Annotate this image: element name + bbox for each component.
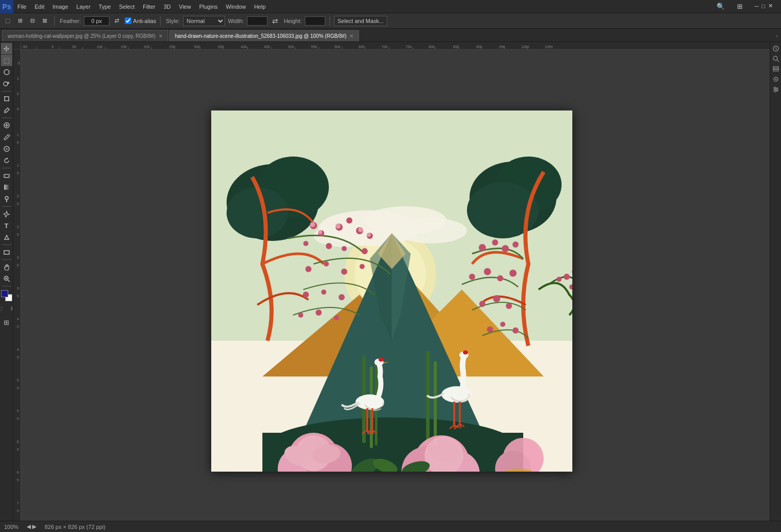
clone-tool[interactable] <box>1 143 12 154</box>
pen-tool[interactable] <box>1 208 12 219</box>
select-mask-btn[interactable]: Select and Mask... <box>334 16 388 26</box>
svg-point-196 <box>773 56 777 60</box>
search-icon[interactable]: 🔍 <box>712 3 729 10</box>
minimize-btn[interactable]: ─ <box>755 3 759 9</box>
antialias-checkbox[interactable] <box>125 17 131 24</box>
svg-point-141 <box>367 233 371 237</box>
workspace-icon[interactable]: ⊞ <box>733 3 747 10</box>
type-tool[interactable]: T <box>1 220 12 231</box>
feather-label: Feather: <box>60 18 81 24</box>
foreground-color-swatch[interactable] <box>1 290 8 297</box>
width-input[interactable] <box>247 16 267 26</box>
menu-type[interactable]: Type <box>95 0 115 13</box>
svg-point-135 <box>316 309 322 316</box>
tab-1-close[interactable]: ✕ <box>349 33 353 39</box>
svg-rect-8 <box>4 174 9 178</box>
menu-view[interactable]: View <box>175 0 195 13</box>
svg-point-100 <box>395 218 467 243</box>
svg-point-124 <box>326 243 332 249</box>
close-btn[interactable]: ✕ <box>768 3 773 9</box>
properties-panel-btn[interactable] <box>771 75 780 84</box>
svg-text:200: 200 <box>144 45 150 49</box>
tab-1[interactable]: hand-drawn-nature-scene-illustration_526… <box>169 30 359 41</box>
maximize-btn[interactable]: □ <box>762 3 765 9</box>
antialias-label: Anti-alias <box>125 17 156 24</box>
history-panel-btn[interactable] <box>771 44 780 53</box>
new-selection-btn[interactable]: ⬚ <box>2 15 13 27</box>
menu-file[interactable]: File <box>13 0 31 13</box>
tool-sep-2 <box>2 118 11 118</box>
tab-0-close[interactable]: ✕ <box>159 33 163 39</box>
tab-0[interactable]: woman-holding-cat-wallpaper.jpg @ 25% (L… <box>2 30 168 41</box>
marquee-tool[interactable]: ⬚ <box>1 55 12 66</box>
adjustments-panel-btn[interactable] <box>771 85 780 94</box>
eyedropper-tool[interactable] <box>1 105 12 116</box>
svg-point-140 <box>358 227 363 232</box>
history-brush-tool[interactable] <box>1 155 12 166</box>
svg-point-143 <box>492 239 498 246</box>
svg-rect-200 <box>773 70 778 71</box>
menu-plugins[interactable]: Plugins <box>195 0 221 13</box>
svg-point-180 <box>378 358 384 362</box>
navigation-arrows[interactable]: ◀ ▶ <box>27 523 36 530</box>
feather-input[interactable] <box>84 16 109 26</box>
svg-point-202 <box>775 79 776 80</box>
tool-sep-7 <box>2 286 11 286</box>
swap-dimensions-btn[interactable]: ⇄ <box>270 15 281 27</box>
menu-window[interactable]: Window <box>222 0 250 13</box>
height-input[interactable] <box>305 16 325 26</box>
svg-point-139 <box>336 224 341 229</box>
tab-1-label: hand-drawn-nature-scene-illustration_526… <box>175 33 346 39</box>
subtract-selection-btn[interactable]: ⊟ <box>27 15 38 27</box>
menu-layer[interactable]: Layer <box>72 0 95 13</box>
screen-mode-btn[interactable]: ⊞ <box>1 317 12 328</box>
quick-select-tool[interactable] <box>1 78 12 90</box>
dodge-tool[interactable] <box>1 193 12 205</box>
svg-rect-160 <box>434 361 437 446</box>
rectangle-tool[interactable] <box>1 247 12 258</box>
zoom-tool[interactable] <box>1 273 12 284</box>
svg-point-206 <box>774 87 776 89</box>
quick-mask-btn[interactable]: ⊡ <box>7 303 14 314</box>
sep-3 <box>329 16 330 26</box>
svg-point-190 <box>564 274 570 280</box>
zoom-level[interactable]: 100% <box>4 524 18 530</box>
svg-text:0: 0 <box>52 45 54 49</box>
brush-tool[interactable] <box>1 131 12 143</box>
healing-tool[interactable] <box>1 120 12 131</box>
feather-exchange-btn[interactable]: ⇄ <box>111 15 123 27</box>
hand-tool[interactable] <box>1 261 12 273</box>
eraser-tool[interactable] <box>1 170 12 181</box>
gradient-tool[interactable] <box>1 182 12 193</box>
svg-point-148 <box>497 275 503 281</box>
search-panel-btn[interactable] <box>771 54 780 63</box>
menu-help[interactable]: Help <box>250 0 270 13</box>
menu-3d[interactable]: 3D <box>160 0 175 13</box>
intersect-selection-btn[interactable]: ⊠ <box>39 15 50 27</box>
crop-tool[interactable] <box>1 93 12 104</box>
path-select-tool[interactable] <box>1 232 12 243</box>
marquee-options: ⬚ ⊞ ⊟ ⊠ <box>2 15 50 27</box>
svg-text:800: 800 <box>429 45 435 49</box>
svg-text:550: 550 <box>311 45 317 49</box>
add-selection-btn[interactable]: ⊞ <box>14 15 26 27</box>
menu-image[interactable]: Image <box>49 0 73 13</box>
move-tool[interactable]: ✣ <box>1 43 12 54</box>
standard-mode-btn[interactable]: ⬚ <box>0 303 6 314</box>
menu-edit[interactable]: Edit <box>31 0 49 13</box>
layers-panel-btn[interactable] <box>771 64 780 74</box>
lasso-tool[interactable] <box>1 66 12 78</box>
svg-point-144 <box>502 245 509 252</box>
menu-select[interactable]: Select <box>115 0 139 13</box>
svg-point-132 <box>321 290 326 295</box>
svg-text:700: 700 <box>382 45 388 49</box>
svg-point-147 <box>484 268 491 275</box>
svg-point-125 <box>342 246 347 251</box>
menu-filter[interactable]: Filter <box>139 0 159 13</box>
svg-point-153 <box>487 326 493 332</box>
svg-point-185 <box>463 350 468 354</box>
tabs-scroll-right[interactable]: › <box>773 30 781 41</box>
sep-2 <box>160 16 161 26</box>
style-select[interactable]: Normal Fixed Ratio Fixed Size <box>183 16 225 26</box>
svg-point-137 <box>310 222 315 227</box>
